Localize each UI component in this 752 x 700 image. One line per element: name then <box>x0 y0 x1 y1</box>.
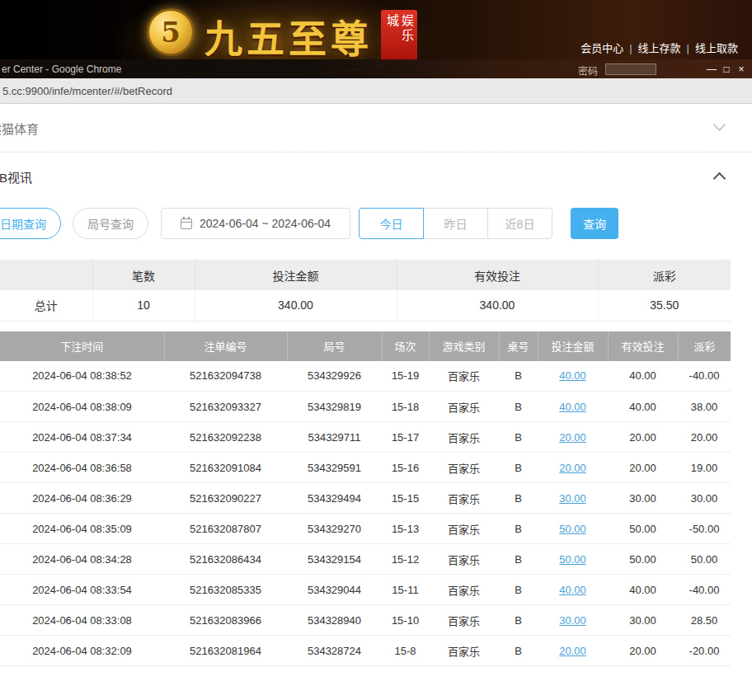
valid-bet-cell: 50.00 <box>608 544 678 575</box>
game-type-cell: 百家乐 <box>429 453 499 483</box>
date-range-input[interactable]: 2024-06-04 ~ 2024-06-04 <box>161 208 350 239</box>
yesterday-button[interactable]: 昨日 <box>423 208 488 239</box>
round-id-cell: 534329494 <box>287 483 382 514</box>
password-input[interactable] <box>605 63 656 75</box>
header-valid-bet: 有效投注 <box>608 331 678 361</box>
bet-time-cell: 2024-06-04 08:36:58 <box>0 453 164 483</box>
bet-amount-cell: 40.00 <box>538 361 608 392</box>
table-id-cell: B <box>499 453 538 483</box>
bet-table-row: 2024-06-04 08:33:54521632085335534329044… <box>0 575 731 605</box>
order-id-cell: 521632083966 <box>164 605 287 636</box>
bet-table-row: 2024-06-04 08:37:34521632092238534329711… <box>0 422 731 453</box>
date-query-button[interactable]: 日期查询 <box>0 208 61 239</box>
round-id-cell: 534328724 <box>287 636 382 666</box>
coin-logo-icon: 5 <box>147 8 195 56</box>
summary-table: 笔数 投注金额 有效投注 派彩 总计 10 340.00 340.00 35.5… <box>0 260 731 322</box>
chrome-addressbar[interactable]: 5.cc:9900/infe/mcenter/#/betRecord <box>0 78 752 104</box>
search-button[interactable]: 查询 <box>571 208 618 239</box>
bet-table-row: 2024-06-04 08:38:52521632094738534329926… <box>0 361 731 392</box>
summary-header-count: 笔数 <box>92 260 195 290</box>
bet-amount-link[interactable]: 50.00 <box>559 523 586 535</box>
nav-online-withdraw[interactable]: 线上取款 <box>695 42 738 54</box>
bet-amount-link[interactable]: 20.00 <box>559 431 586 444</box>
valid-bet-cell: 20.00 <box>608 636 678 666</box>
chevron-up-icon <box>713 172 726 186</box>
session-cell: 15-18 <box>382 392 429 422</box>
order-id-cell: 521632086434 <box>164 544 287 575</box>
session-cell: 15-15 <box>382 483 429 514</box>
bet-amount-cell: 20.00 <box>538 422 608 453</box>
payout-cell: 30.00 <box>678 483 731 514</box>
payout-cell: -40.00 <box>678 361 731 392</box>
round-id-cell: 534328940 <box>287 605 382 636</box>
bet-time-cell: 2024-06-04 08:32:09 <box>0 636 164 666</box>
table-id-cell: B <box>499 392 538 422</box>
order-id-cell: 521632087807 <box>164 514 287 544</box>
bet-table-row: 2024-06-04 08:36:58521632091084534329591… <box>0 453 731 483</box>
session-cell: 15-8 <box>382 636 429 666</box>
bet-amount-link[interactable]: 30.00 <box>559 492 586 505</box>
minimize-button[interactable]: — <box>704 63 719 75</box>
valid-bet-cell: 50.00 <box>608 514 678 544</box>
filter-bar: 日期查询 局号查询 2024-06-04 ~ 2024-06-04 今日 昨日 … <box>0 207 752 240</box>
game-type-cell: 百家乐 <box>429 605 499 636</box>
bet-amount-cell: 30.00 <box>538 483 608 514</box>
nav-member-center[interactable]: 会员中心 <box>580 42 623 54</box>
bet-table-row: 2024-06-04 08:32:09521632081964534328724… <box>0 636 731 666</box>
bet-amount-cell: 40.00 <box>538 392 608 422</box>
last-8-days-button[interactable]: 近8日 <box>487 208 552 239</box>
close-button[interactable]: × <box>734 63 749 75</box>
window-title: er Center - Google Chrome <box>2 63 121 75</box>
summary-valid-bet-value: 340.00 <box>397 290 598 321</box>
bet-amount-link[interactable]: 50.00 <box>559 553 586 566</box>
valid-bet-cell: 30.00 <box>608 605 678 636</box>
window-controls: — □ × <box>704 59 749 78</box>
table-id-cell: B <box>499 605 538 636</box>
summary-header-blank <box>0 260 92 290</box>
nav-separator <box>629 42 632 54</box>
maximize-button[interactable]: □ <box>719 63 734 75</box>
bet-amount-link[interactable]: 40.00 <box>559 401 586 413</box>
bet-time-cell: 2024-06-04 08:36:29 <box>0 483 164 514</box>
bet-table-row: 2024-06-04 08:38:09521632093327534329819… <box>0 392 731 422</box>
section-bb-video[interactable]: BB视讯 <box>0 153 752 200</box>
session-cell: 15-13 <box>382 514 429 544</box>
bet-amount-cell: 20.00 <box>538 453 608 483</box>
summary-payout-value: 35.50 <box>598 290 731 321</box>
order-id-cell: 521632081964 <box>164 636 287 666</box>
table-id-cell: B <box>499 544 538 575</box>
coin-digit: 5 <box>161 16 181 49</box>
header-table-id: 桌号 <box>499 331 538 361</box>
bet-table-row: 2024-06-04 08:36:29521632090227534329494… <box>0 483 731 514</box>
bet-time-cell: 2024-06-04 08:38:09 <box>0 392 164 422</box>
round-query-button[interactable]: 局号查询 <box>73 208 148 239</box>
section-panda-sports[interactable]: 熊猫体育 <box>0 104 752 152</box>
logo-text: 九五至尊 <box>204 8 373 63</box>
url-text: 5.cc:9900/infe/mcenter/#/betRecord <box>2 85 172 97</box>
page-content: 熊猫体育 BB视讯 日期查询 局号查询 2024-06-04 ~ 2024-06… <box>0 104 752 666</box>
game-type-cell: 百家乐 <box>429 392 499 422</box>
nav-online-deposit[interactable]: 线上存款 <box>638 42 681 54</box>
valid-bet-cell: 40.00 <box>608 392 678 422</box>
calendar-icon <box>181 218 192 229</box>
bet-amount-link[interactable]: 40.00 <box>559 369 586 382</box>
round-id-cell: 534329711 <box>287 422 382 453</box>
bet-amount-link[interactable]: 30.00 <box>559 614 586 627</box>
header-session: 场次 <box>382 331 429 361</box>
bet-table-row: 2024-06-04 08:33:08521632083966534328940… <box>0 605 731 636</box>
payout-cell: 19.00 <box>678 453 731 483</box>
bet-amount-link[interactable]: 40.00 <box>559 584 586 596</box>
today-button[interactable]: 今日 <box>359 208 424 239</box>
nav-separator <box>687 42 689 54</box>
site-logo: 5 九五至尊 娱乐城 <box>147 2 417 63</box>
bet-time-cell: 2024-06-04 08:37:34 <box>0 422 164 453</box>
bet-amount-link[interactable]: 20.00 <box>559 645 586 657</box>
header-round-id: 局号 <box>287 331 382 361</box>
table-id-cell: B <box>499 422 538 453</box>
bet-amount-link[interactable]: 20.00 <box>559 462 586 474</box>
banner-nav: 会员中心线上存款线上取款 <box>575 40 744 55</box>
chevron-down-icon <box>713 119 726 132</box>
header-bet-time: 下注时间 <box>0 331 164 361</box>
session-cell: 15-17 <box>382 422 429 453</box>
date-range-value: 2024-06-04 ~ 2024-06-04 <box>200 217 331 230</box>
